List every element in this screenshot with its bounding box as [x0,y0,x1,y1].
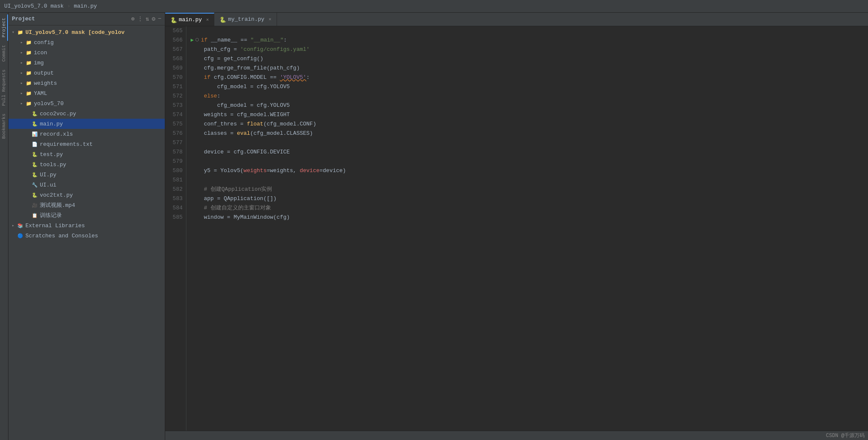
code-line-580: y5 = Yolov5( weights =weights, device =d… [191,166,868,175]
tree-item-tools-py[interactable]: ▸ 🐍 tools.py [8,159,165,170]
token-580-suffix: =device) [319,166,346,175]
doc-icon-training: 📋 [31,212,38,219]
token-str-567: 'config/configs.yaml' [240,45,310,54]
tree-item-record-xls[interactable]: ▸ 📊 record.xls [8,129,165,139]
token-572-indent [191,92,204,101]
folder-icon-yaml: 📁 [25,90,32,97]
tree-item-video[interactable]: ▸ 🎥 测试视频.mp4 [8,200,165,210]
title-file: main.py [74,3,97,9]
spacer-ui-py: ▸ [26,172,31,177]
folder-icon-root: 📁 [17,29,24,36]
activity-commit[interactable]: Commit [0,42,8,65]
tree-item-scratches[interactable]: ▸ 🔵 Scratches and Consoles [8,231,165,241]
token-576-suffix: (cfg_model.CLASSES) [250,129,313,138]
expand-arrow-external-libs: ▸ [12,223,17,228]
tree-label-scratches: Scratches and Consoles [25,233,98,239]
code-line-577 [191,138,868,148]
tree-label-output: output [34,70,54,76]
py-icon-test: 🐍 [31,151,38,158]
tree-label-yolov5-70: yolov5_70 [34,100,64,107]
token-582-indent [191,185,204,194]
tree-item-yolov5-70[interactable]: ▸ 📁 yolov5_70 [8,98,165,109]
code-line-583: app = QApplication([]) [191,194,868,203]
token-575-float: float [247,120,263,129]
tab-main-py[interactable]: 🐍 main.py × [165,13,214,26]
title-project: UI_yolov5_7.0 mask [4,3,64,9]
minus-icon[interactable]: − [158,15,161,22]
status-bar: CSDN @千源万码 [165,431,868,440]
code-line-572: else : [191,92,868,101]
activity-bar: Project Commit Pull Requests Bookmarks [0,13,8,440]
spacer-tools-py: ▸ [26,162,31,167]
tree-label-img: img [34,60,44,66]
spacer-voc2txt: ▸ [26,192,31,198]
tree-label-icon: icon [34,50,47,56]
txt-icon-requirements: 📄 [31,141,38,148]
scratches-icon: 🔵 [17,232,24,239]
code-line-571: cfg_model = cfg.YOLOV5 [191,82,868,92]
tree-item-ui-ui[interactable]: ▸ 🔧 UI.ui [8,180,165,190]
spacer-record-xls: ▸ [26,131,31,136]
token-570-indent [191,73,204,82]
tree-label-test-py: test.py [40,151,63,158]
token-568: cfg = get_config() [191,54,263,64]
tree-item-ui-py[interactable]: ▸ 🐍 UI.py [8,170,165,180]
token-582-comment: # 创建QApplication实例 [204,185,272,194]
tree-item-root[interactable]: ▾ 📁 UI_yolov5_7.0 mask [code_yolov [8,27,165,37]
tree-item-config[interactable]: ▸ 📁 config [8,37,165,47]
flatten-icon[interactable]: ⇅ [146,15,149,22]
tree-item-external-libs[interactable]: ▸ 📚 External Libraries [8,220,165,231]
tab-my-train-py[interactable]: 🐍 my_train.py × [214,13,277,26]
code-line-585: window = MyMainWindow(cfg) [191,213,868,222]
tree-item-output[interactable]: ▸ 📁 output [8,68,165,78]
tab-close-my-train[interactable]: × [269,17,272,22]
token-if-566: if [201,36,208,45]
activity-pull-requests[interactable]: Pull Requests [0,66,8,109]
run-indicator-566: ▶ [191,36,194,45]
expand-arrow-yolov5-70: ▸ [20,101,25,106]
panel-header: Project ⊕ ⋮ ⇅ ⚙ − [8,13,165,25]
panel-icons: ⊕ ⋮ ⇅ ⚙ − [131,15,161,22]
tree-item-test-py[interactable]: ▸ 🐍 test.py [8,149,165,159]
code-lines-container: ▶ ⬡ if __name__ == "__main__" : path_cfg… [186,26,868,431]
tree-label-root: UI_yolov5_7.0 mask [code_yolov [25,29,125,36]
spacer-requirements: ▸ [26,142,31,147]
tree-item-training-record[interactable]: ▸ 📋 训练记录 [8,210,165,220]
token-572-else: else [204,92,217,101]
tree-item-icon[interactable]: ▸ 📁 icon [8,47,165,58]
breakpoint-icon-566: ⬡ [195,36,199,45]
tree-item-weights[interactable]: ▸ 📁 weights [8,78,165,88]
py-icon-ui: 🐍 [31,171,38,178]
mp4-icon-video: 🎥 [31,202,38,209]
add-content-icon[interactable]: ⊕ [131,15,134,22]
tree-item-yaml[interactable]: ▸ 📁 YAML [8,88,165,98]
py-icon-tools: 🐍 [31,161,38,168]
tree-label-ui-py: UI.py [40,172,56,178]
code-line-565 [191,26,868,36]
spacer-scratches: ▸ [12,233,17,238]
tree-item-coco2voc[interactable]: ▸ 🐍 coco2voc.py [8,109,165,119]
tree-item-main-py[interactable]: ▸ 🐍 main.py [8,119,165,129]
tab-close-main-py[interactable]: × [206,17,209,22]
file-tree: ▾ 📁 UI_yolov5_7.0 mask [code_yolov ▸ 📁 c… [8,25,165,440]
tree-item-requirements[interactable]: ▸ 📄 requirements.txt [8,139,165,149]
token-name-566: __name__ == [208,36,250,45]
token-576-prefix: classes = [191,129,237,138]
folder-icon-icon: 📁 [25,49,32,56]
folder-icon-img: 📁 [25,59,32,66]
line-numbers: 565 566 567 568 569 570 571 572 573 574 … [165,26,186,431]
expand-arrow-weights: ▸ [20,81,25,86]
py-icon-coco2voc: 🐍 [31,110,38,117]
py-icon-main: 🐍 [31,120,38,127]
tree-item-img[interactable]: ▸ 📁 img [8,58,165,68]
title-bar: UI_yolov5_7.0 mask › main.py [0,0,868,13]
folder-icon-config: 📁 [25,39,32,46]
activity-bookmarks[interactable]: Bookmarks [0,110,8,142]
tree-item-voc2txt[interactable]: ▸ 🐍 voc2txt.py [8,190,165,200]
gear-icon[interactable]: ⚙ [152,15,155,22]
activity-project[interactable]: Project [0,14,8,41]
tree-view-icon[interactable]: ⋮ [137,15,143,22]
token-572-colon: : [217,92,220,101]
ui-icon-ui: 🔧 [31,181,38,188]
code-line-581 [191,175,868,185]
